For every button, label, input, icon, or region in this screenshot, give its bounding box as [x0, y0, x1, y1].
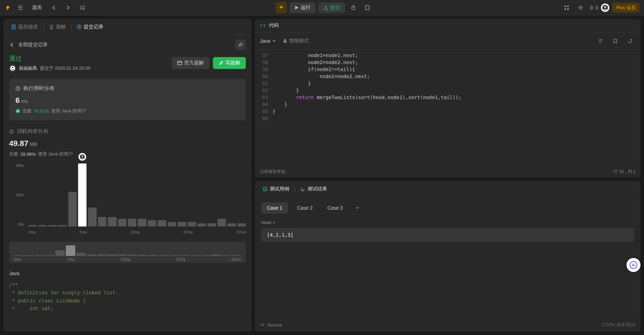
tab-submissions[interactable]: 提交记录 — [74, 22, 106, 32]
official-solution-button[interactable]: 官方题解 — [172, 57, 209, 69]
svg-point-6 — [580, 7, 582, 8]
code-snippet: /** * Definition for singly-linked list.… — [9, 281, 246, 313]
author-name: 自由如风 — [19, 65, 37, 71]
next-problem[interactable] — [62, 2, 74, 13]
chart-bar[interactable] — [38, 225, 47, 227]
ai-assistant-float[interactable]: Ai — [626, 258, 640, 272]
chart-bar[interactable] — [58, 225, 67, 227]
status-text: 通过 — [9, 54, 90, 63]
chart-bar[interactable] — [108, 217, 116, 226]
chart-bar[interactable] — [88, 208, 96, 226]
mini-chart-bar — [86, 254, 96, 256]
run-button[interactable]: 运行 — [290, 2, 316, 13]
chart-bar[interactable] — [158, 220, 166, 226]
user-avatar[interactable] — [601, 4, 609, 12]
tab-testcases[interactable]: 测试用例 — [260, 184, 292, 194]
mini-chart-bar — [35, 255, 44, 256]
mini-chart-bar — [55, 250, 65, 256]
submit-time: 提交于 2024.01.24 20:34 — [40, 65, 90, 71]
memory-value: 49.87 — [9, 139, 28, 148]
timer-icon[interactable] — [348, 2, 359, 13]
source-toggle[interactable]: Source — [260, 322, 282, 328]
plus-badge[interactable]: Plus 会员 — [612, 3, 640, 13]
mini-chart-bar — [211, 254, 220, 256]
shuffle-icon[interactable] — [76, 2, 88, 13]
chart-bar[interactable] — [237, 223, 246, 226]
chart-bar[interactable] — [98, 217, 106, 226]
chart-bar[interactable] — [227, 223, 236, 226]
svg-point-12 — [12, 67, 13, 68]
reset-icon[interactable] — [624, 35, 636, 47]
svg-point-8 — [604, 6, 606, 8]
chart-bar[interactable] — [118, 219, 126, 227]
mini-chart-bar — [25, 255, 34, 256]
chart-bar[interactable] — [148, 220, 156, 226]
tab-solution[interactable]: 题解 — [46, 22, 69, 32]
svg-rect-16 — [10, 130, 13, 133]
mini-chart-bar — [138, 255, 148, 256]
ai-sparkle-icon[interactable] — [276, 2, 287, 13]
testcase-input[interactable]: [4,2,1,3] — [261, 228, 634, 242]
chart-marker — [78, 153, 86, 161]
prev-problem[interactable] — [48, 2, 60, 13]
code-editor[interactable]: 57585960616263646566 node1=node1.next; n… — [255, 50, 640, 166]
svg-text:Ai: Ai — [632, 263, 635, 267]
problems-link[interactable]: 题库 — [29, 3, 46, 12]
chart-bar[interactable] — [188, 222, 196, 227]
chart-bar[interactable] — [178, 222, 186, 227]
logo[interactable] — [4, 4, 12, 12]
case-3[interactable]: Case 3 — [322, 202, 348, 214]
submit-button[interactable]: 提交 — [318, 2, 345, 13]
format-icon[interactable] — [595, 35, 606, 47]
save-status: 已存储至本地 — [260, 169, 285, 175]
input-label: head = — [261, 220, 634, 225]
list-icon[interactable] — [15, 2, 26, 13]
svg-rect-1 — [366, 6, 369, 10]
case-1[interactable]: Case 1 — [261, 202, 288, 214]
bookmark-icon[interactable] — [610, 35, 621, 47]
tab-description[interactable]: 题目描述 — [8, 22, 41, 32]
left-tabs: 题目描述 | 题解 | 提交记录 — [4, 19, 251, 35]
write-solution-button[interactable]: 写题解 — [213, 57, 246, 69]
mini-chart-bar — [190, 255, 200, 256]
chart-bar[interactable] — [128, 219, 136, 227]
apps-icon[interactable] — [561, 2, 572, 13]
tab-testresults[interactable]: 测试结果 — [298, 184, 330, 194]
svg-point-18 — [82, 155, 83, 157]
chart-bar[interactable] — [207, 223, 216, 226]
watermark: CSDN @李明(#) — [602, 322, 636, 328]
mini-chart-bar — [76, 253, 86, 256]
svg-rect-4 — [565, 8, 566, 10]
chart-bar[interactable] — [168, 222, 176, 227]
mini-chart[interactable]: 2ms 7ms 12ms 17ms 22ms — [9, 242, 246, 263]
runtime-value: 6 — [15, 96, 20, 105]
top-bar: 题库 运行 提交 0 Plus 会员 — [0, 0, 644, 15]
chart-bar[interactable] — [138, 219, 146, 227]
add-case[interactable]: + — [352, 203, 363, 213]
chart-bar[interactable] — [78, 163, 86, 226]
mini-chart-bar — [118, 254, 127, 256]
mini-chart-bar — [97, 254, 106, 256]
author-avatar — [9, 65, 16, 72]
chart-bar[interactable] — [48, 225, 57, 227]
svg-rect-19 — [263, 187, 267, 191]
back-all-submissions[interactable]: 全部提交记录 — [9, 42, 48, 48]
run-label: 运行 — [301, 5, 311, 11]
smart-mode[interactable]: 智能模式 — [283, 38, 309, 44]
mini-chart-bar — [221, 255, 231, 256]
mini-chart-bar — [149, 255, 158, 256]
svg-rect-3 — [567, 6, 569, 7]
svg-rect-2 — [565, 6, 566, 7]
notes-icon[interactable] — [362, 2, 373, 13]
chart-bar[interactable] — [28, 225, 37, 227]
language-selector[interactable]: Java — [260, 38, 276, 44]
cursor-position: 行 15，列 1 — [614, 169, 636, 175]
submit-label: 提交 — [330, 5, 340, 11]
chart-bar[interactable] — [198, 223, 206, 226]
case-2[interactable]: Case 2 — [291, 202, 318, 214]
chart-bar[interactable] — [68, 192, 77, 226]
share-icon[interactable] — [235, 40, 246, 50]
streak[interactable]: 0 — [589, 5, 598, 11]
chart-bar[interactable] — [217, 219, 226, 227]
settings-icon[interactable] — [575, 2, 586, 13]
